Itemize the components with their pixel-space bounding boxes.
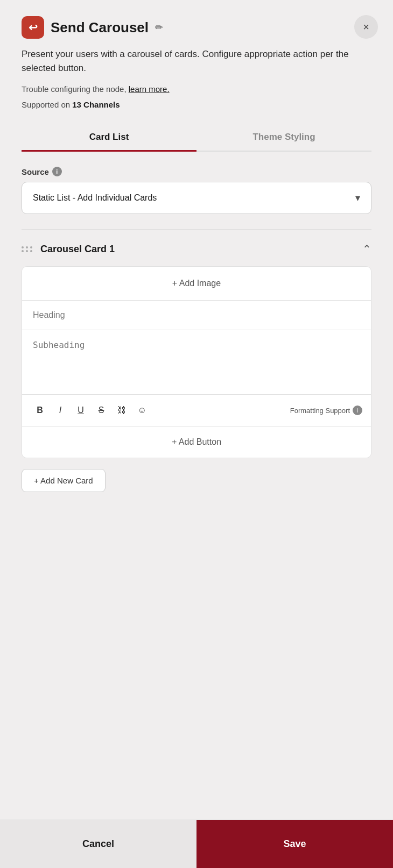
source-label: Source i (22, 167, 371, 176)
link-button[interactable]: ⛓ (113, 401, 131, 419)
close-button[interactable]: × (354, 15, 378, 39)
learn-more-link[interactable]: learn more. (129, 84, 170, 94)
page-title: Send Carousel (51, 19, 149, 36)
heading-input[interactable] (22, 301, 371, 330)
strikethrough-button[interactable]: S (92, 401, 110, 419)
card-header-left: Carousel Card 1 (22, 244, 115, 255)
app-icon: ↩ (22, 16, 44, 39)
add-new-card-button[interactable]: + Add New Card (22, 469, 106, 492)
add-image-button[interactable]: + Add Image (22, 267, 371, 301)
tab-bar: Card List Theme Styling (22, 124, 371, 152)
header-row: ↩ Send Carousel ✏ (22, 16, 371, 39)
trouble-text: Trouble configuring the node, learn more… (22, 84, 371, 94)
footer: Cancel Save (0, 820, 393, 868)
subheading-input[interactable] (22, 330, 371, 395)
divider (22, 229, 371, 230)
chevron-up-icon[interactable]: ⌃ (362, 243, 371, 255)
formatting-support: Formatting Support i (290, 405, 362, 415)
formatting-toolbar: B I U S ⛓ ☺ Formatting Support i (22, 395, 371, 426)
tab-theme-styling[interactable]: Theme Styling (196, 124, 371, 152)
bold-button[interactable]: B (31, 401, 49, 419)
edit-icon[interactable]: ✏ (155, 22, 163, 33)
carousel-card-header: Carousel Card 1 ⌃ (22, 243, 371, 255)
formatting-info-icon[interactable]: i (353, 405, 362, 415)
underline-button[interactable]: U (72, 401, 90, 419)
source-info-icon[interactable]: i (52, 167, 62, 176)
italic-button[interactable]: I (51, 401, 69, 419)
add-button-button[interactable]: + Add Button (22, 426, 371, 458)
source-dropdown[interactable]: Static List - Add Individual Cards ▾ (22, 182, 371, 214)
emoji-button[interactable]: ☺ (133, 401, 151, 419)
save-button[interactable]: Save (196, 820, 393, 868)
chevron-down-icon: ▾ (355, 192, 360, 204)
cancel-button[interactable]: Cancel (0, 820, 196, 868)
drag-handle[interactable] (22, 246, 33, 252)
carousel-card-content: + Add Image B I U S ⛓ ☺ Formattin (22, 266, 371, 458)
carousel-card-title: Carousel Card 1 (40, 244, 115, 255)
supported-text: Supported on 13 Channels (22, 100, 371, 109)
description-text: Present your users with a carousel of ca… (22, 47, 355, 75)
tab-card-list[interactable]: Card List (22, 124, 196, 152)
main-container: ↩ Send Carousel ✏ Present your users wit… (0, 0, 393, 578)
